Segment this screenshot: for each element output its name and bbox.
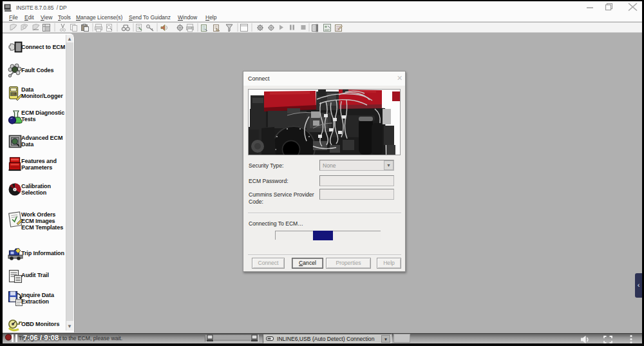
svg-text:001: 001 [11,93,16,96]
